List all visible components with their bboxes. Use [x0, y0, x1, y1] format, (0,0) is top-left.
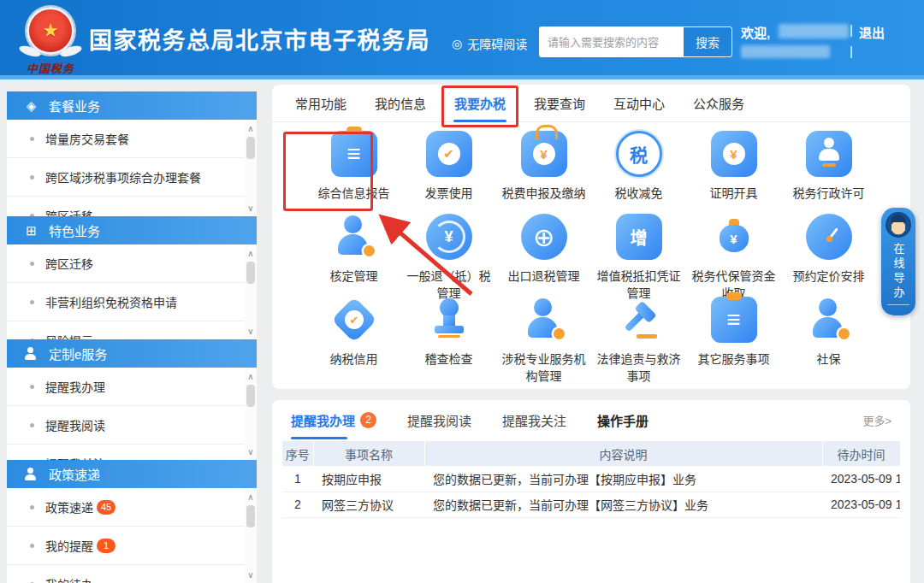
- stamp-icon: [426, 297, 472, 343]
- tab-manual[interactable]: 操作手册: [597, 400, 649, 439]
- sidebar-item[interactable]: 提醒我阅读: [7, 406, 257, 445]
- scrollbar[interactable]: ∧ ∨: [245, 120, 257, 216]
- accessibility-link[interactable]: ◎ 无障碍阅读: [452, 35, 527, 52]
- sidebar-section-eservice[interactable]: 定制e服务: [7, 339, 257, 368]
- scroll-down-icon[interactable]: ∨: [245, 202, 257, 214]
- sidebar-item[interactable]: 增量房交易套餐: [7, 120, 257, 158]
- tab-remind-follow[interactable]: 提醒我关注: [502, 400, 566, 439]
- service-grid: ≡ 综合信息报告 ✔ 发票使用 ¥ 税费申报及缴纳 税 税收减免 ¥ 证明开具 …: [282, 124, 900, 373]
- service-item[interactable]: ¥ 证明开具: [686, 124, 781, 207]
- service-item[interactable]: 增 增值税抵扣凭证管理: [591, 207, 686, 290]
- scroll-down-icon[interactable]: ∨: [245, 325, 257, 337]
- ticket-check-icon: ✔: [426, 131, 472, 177]
- service-item[interactable]: ≡ 其它服务事项: [686, 290, 781, 373]
- service-item[interactable]: 税 税收减免: [591, 124, 686, 207]
- service-item[interactable]: 法律追责与救济事项: [591, 290, 686, 373]
- sidebar-item-label: 风险提示: [45, 332, 93, 339]
- reminders-panel: 提醒我办理 2 提醒我阅读 提醒我关注 操作手册 更多> 序号 事项名称 内容说…: [272, 400, 910, 583]
- service-item[interactable]: 预约定价安排: [781, 207, 876, 290]
- service-item[interactable]: ≡ 综合信息报告: [306, 124, 401, 207]
- sidebar-list: 跨区迁移 非营利组织免税资格申请 风险提示 ∧ ∨: [7, 244, 257, 339]
- sidebar-item-label: 跨区迁移: [45, 207, 93, 216]
- sidebar-list: 提醒我办理 提醒我阅读 提醒我关注 ∧ ∨: [7, 368, 257, 460]
- tab-common-functions[interactable]: 常用功能: [295, 85, 346, 122]
- section-title: 定制e服务: [49, 344, 107, 362]
- scroll-up-icon[interactable]: ∧: [245, 491, 257, 503]
- bullet-icon: [30, 214, 34, 217]
- sidebar-section-package[interactable]: ◈ 套餐业务: [7, 91, 257, 120]
- tab-my-info[interactable]: 我的信息: [375, 85, 426, 122]
- sidebar-section-policy[interactable]: 政策速递: [7, 460, 257, 488]
- service-item[interactable]: 核定管理: [306, 207, 401, 290]
- sidebar-item[interactable]: 我的提醒1: [7, 527, 257, 565]
- service-item[interactable]: ¥ 税务代保管资金收取: [686, 207, 781, 290]
- scrollbar[interactable]: ∧ ∨: [245, 244, 257, 339]
- sidebar-item[interactable]: 政策速递45: [7, 488, 257, 527]
- services-panel: 常用功能 我的信息 我要办税 我要查询 互动中心 公众服务 ≡ 综合信息报告 ✔…: [272, 85, 910, 389]
- tab-do-taxes[interactable]: 我要办税: [454, 85, 506, 122]
- sidebar-item[interactable]: 提醒我关注: [7, 445, 257, 460]
- scroll-up-icon[interactable]: ∧: [245, 122, 257, 134]
- service-item[interactable]: 税务行政许可: [781, 124, 876, 207]
- service-label: 发票使用: [425, 185, 473, 202]
- sidebar-section-featured[interactable]: ⊞ 特色业务: [7, 216, 257, 244]
- sidebar-item[interactable]: 跨区域涉税事项综合办理套餐: [7, 158, 257, 197]
- logo-subtext: 中国税务: [15, 60, 86, 76]
- scrollbar-thumb[interactable]: [246, 137, 255, 159]
- sidebar-item[interactable]: 非营利组织免税资格申请: [7, 283, 257, 321]
- scroll-down-icon[interactable]: ∨: [245, 445, 257, 457]
- scrollbar-thumb[interactable]: [246, 262, 255, 284]
- scrollbar-thumb[interactable]: [246, 505, 255, 527]
- bullet-icon: [30, 505, 34, 509]
- service-item[interactable]: 稽查检查: [401, 290, 496, 373]
- service-item[interactable]: 社保: [781, 290, 876, 373]
- table-row[interactable]: 2 网签三方协议 您的数据已更新，当前可办理【网签三方协议】业务 2023-05…: [282, 492, 900, 517]
- sidebar-list: 增量房交易套餐 跨区域涉税事项综合办理套餐 跨区迁移 ∧ ∨: [7, 120, 257, 216]
- online-guide-widget[interactable]: 在线导办: [881, 208, 915, 315]
- shield-check-icon: ✔: [331, 297, 377, 343]
- service-item[interactable]: ¥ 税费申报及缴纳: [496, 124, 591, 207]
- sidebar-item[interactable]: 跨区迁移: [7, 197, 257, 216]
- tab-my-queries[interactable]: 我要查询: [534, 85, 585, 122]
- scroll-down-icon[interactable]: ∨: [245, 568, 257, 580]
- scrollbar[interactable]: ∧ ∨: [245, 488, 257, 583]
- col-header-due-time: 待办时间: [822, 441, 900, 466]
- service-item[interactable]: ✔ 纳税信用: [306, 290, 401, 373]
- tab-remind-read[interactable]: 提醒我阅读: [407, 400, 471, 439]
- service-label: 其它服务事项: [698, 350, 770, 368]
- tab-remind-todo[interactable]: 提醒我办理 2: [291, 400, 376, 439]
- scroll-up-icon[interactable]: ∧: [245, 370, 257, 382]
- search-input[interactable]: [539, 26, 683, 57]
- layers-icon: ◈: [24, 99, 38, 112]
- service-item[interactable]: ¥ 一般退（抵）税管理: [401, 207, 496, 290]
- sidebar-item[interactable]: 跨区迁移: [7, 244, 257, 283]
- service-item[interactable]: ✔ 发票使用: [401, 124, 496, 207]
- section-title: 政策速递: [49, 465, 100, 483]
- logout-button[interactable]: 退出: [859, 23, 885, 41]
- sidebar-item[interactable]: 我的待办: [7, 565, 257, 583]
- refund-cycle-icon: ¥: [426, 214, 472, 260]
- cell-description: 您的数据已更新，当前可办理【按期应申报】业务: [424, 466, 822, 492]
- search-button[interactable]: 搜索: [683, 26, 732, 57]
- tab-interaction-center[interactable]: 互动中心: [613, 85, 665, 122]
- bullet-icon: [30, 175, 34, 180]
- count-badge: 1: [97, 539, 116, 553]
- more-link[interactable]: 更多>: [862, 412, 891, 428]
- scroll-up-icon[interactable]: ∧: [245, 247, 257, 259]
- bullet-icon: [30, 137, 34, 141]
- sidebar-item[interactable]: 提醒我办理: [7, 368, 257, 406]
- sidebar-item[interactable]: 风险提示: [7, 321, 257, 339]
- service-label: 税费申报及缴纳: [502, 185, 586, 202]
- section-title: 套餐业务: [49, 97, 100, 115]
- service-item[interactable]: 涉税专业服务机构管理: [496, 290, 591, 373]
- service-item[interactable]: ⊕ 出口退税管理: [496, 207, 591, 290]
- scrollbar[interactable]: ∧ ∨: [245, 368, 257, 460]
- online-guide-label: 在线导办: [891, 243, 906, 301]
- tab-public-services[interactable]: 公众服务: [693, 85, 744, 122]
- star-icon: ★: [42, 21, 59, 40]
- table-row[interactable]: 1 按期应申报 您的数据已更新，当前可办理【按期应申报】业务 2023-05-0…: [282, 466, 900, 492]
- redacted-username: [779, 24, 849, 38]
- moneybag-yen-icon: ¥: [521, 131, 567, 177]
- page-title: 国家税务总局北京市电子税务局: [89, 22, 430, 56]
- scrollbar-thumb[interactable]: [246, 385, 255, 407]
